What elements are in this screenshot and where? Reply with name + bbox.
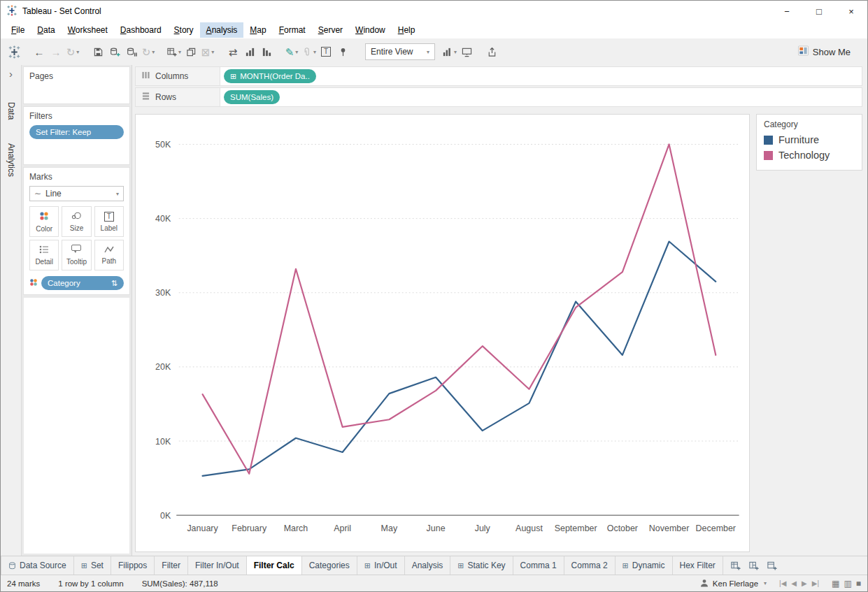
set-filter-pill[interactable]: Set Filter: Keep (29, 125, 124, 139)
legend-item-technology[interactable]: Technology (764, 150, 855, 161)
expand-pane-icon[interactable]: › (9, 68, 13, 80)
previous-sheet-icon[interactable]: ◀ (791, 579, 797, 587)
show-sheet-icon[interactable]: ■ (856, 579, 861, 589)
new-worksheet-button[interactable]: ▾ (165, 43, 183, 61)
share-workbook-button[interactable] (483, 43, 500, 61)
tableau-logo-icon (6, 5, 17, 18)
tableau-toolbar-logo-icon[interactable] (8, 45, 21, 59)
main-area: › Data Analytics Pages Filters Set Filte… (1, 65, 867, 556)
menu-story[interactable]: Story (168, 22, 200, 38)
mark-type-dropdown[interactable]: ∼ Line ▾ (29, 186, 124, 201)
redo-button[interactable]: → (48, 43, 64, 61)
tab-data[interactable]: Data (6, 95, 16, 127)
sheet-tab-comma-1[interactable]: Comma 1 (513, 556, 564, 575)
close-button[interactable]: × (835, 1, 867, 22)
fix-axes-button[interactable] (334, 43, 351, 61)
sheet-tab-filter-in-out[interactable]: Filter In/Out (188, 556, 247, 575)
filters-card[interactable]: Filters Set Filter: Keep (23, 106, 130, 165)
sheet-tab-set[interactable]: ⊞Set (74, 556, 111, 575)
pause-auto-updates-button[interactable] (123, 43, 140, 61)
new-worksheet-tab-button[interactable] (727, 558, 744, 573)
svg-text:April: April (334, 524, 351, 533)
menu-map[interactable]: Map (243, 22, 272, 38)
minimize-button[interactable]: − (771, 1, 803, 22)
sheet-tab-hex-filter[interactable]: Hex Filter (673, 556, 723, 575)
run-auto-updates-button[interactable]: ↻▾ (140, 43, 157, 61)
detail-button[interactable]: Detail (29, 240, 59, 270)
fit-selector-dropdown[interactable]: Entire View▾ (365, 43, 435, 60)
presentation-mode-button[interactable] (458, 43, 475, 61)
columns-pill[interactable]: ⊞ MONTH(Order Da.. (224, 69, 316, 83)
show-mark-labels-button[interactable]: T (318, 43, 334, 61)
swap-rows-and-columns-button[interactable]: ⇄ (225, 43, 241, 61)
path-button[interactable]: Path (94, 240, 124, 270)
first-sheet-icon[interactable]: |◀ (779, 579, 786, 587)
maximize-button[interactable]: □ (803, 1, 835, 22)
undo-button[interactable]: ← (31, 43, 48, 61)
new-dashboard-tab-button[interactable] (746, 558, 762, 573)
show-hide-cards-button[interactable]: ▾ (441, 43, 458, 61)
save-button[interactable] (90, 43, 106, 61)
menu-data[interactable]: Data (31, 22, 61, 38)
sheet-tab-filter-calc[interactable]: Filter Calc (247, 556, 302, 575)
tooltip-button[interactable]: Tooltip (62, 240, 91, 270)
menu-server[interactable]: Server (312, 22, 349, 38)
marks-card[interactable]: Marks ∼ Line ▾ Color (23, 167, 130, 295)
chevron-down-icon: ▾ (427, 49, 429, 55)
sheet-tab-data-source[interactable]: Data Source (1, 556, 74, 575)
last-sheet-icon[interactable]: ▶| (812, 579, 819, 587)
legend-swatch (764, 136, 773, 145)
sheet-tab-filippos[interactable]: Filippos (111, 556, 155, 575)
legend-title: Category (764, 120, 855, 129)
size-button[interactable]: Size (62, 206, 91, 237)
columns-shelf-area[interactable]: ⊞ MONTH(Order Da.. (220, 66, 862, 86)
user-menu[interactable]: Ken Flerlage ▾ (700, 579, 767, 589)
sheet-tab-static-key[interactable]: ⊞Static Key (450, 556, 513, 575)
chevron-down-icon: ▾ (764, 580, 767, 586)
chart-area[interactable]: 0K10K20K30K40K50KJanuaryFebruaryMarchApr… (135, 114, 750, 552)
sheet-tab-in-out[interactable]: ⊞In/Out (357, 556, 405, 575)
sheet-tab-categories[interactable]: Categories (302, 556, 357, 575)
swap-rows-and-columns-icon: ⇄ (229, 47, 238, 57)
rows-pill[interactable]: SUM(Sales) (224, 90, 280, 104)
category-pill[interactable]: Category ⇅ (41, 276, 124, 290)
category-legend[interactable]: Category FurnitureTechnology (756, 114, 862, 171)
color-button[interactable]: Color (29, 206, 59, 237)
rows-shelf-area[interactable]: SUM(Sales) (220, 87, 862, 107)
sheet-tab-dynamic[interactable]: ⊞Dynamic (616, 556, 673, 575)
highlight-button[interactable]: ✎▾ (283, 43, 300, 61)
menu-dashboard[interactable]: Dashboard (114, 22, 168, 38)
group-members-button[interactable]: ▾ (300, 43, 318, 61)
pages-card[interactable]: Pages (23, 66, 130, 104)
next-sheet-icon[interactable]: ▶ (802, 579, 807, 587)
menu-file[interactable]: File (5, 22, 31, 38)
svg-text:July: July (475, 524, 491, 533)
menu-format[interactable]: Format (273, 22, 312, 38)
tab-analytics[interactable]: Analytics (6, 136, 16, 184)
color-icon (39, 211, 49, 222)
aggregate-summary: SUM(Sales): 487,118 (142, 579, 218, 588)
label-button[interactable]: T Label (94, 206, 124, 237)
menu-analysis[interactable]: Analysis (200, 22, 244, 38)
menu-worksheet[interactable]: Worksheet (62, 22, 114, 38)
rows-shelf[interactable]: Rows SUM(Sales) (135, 87, 862, 107)
sheet-tab-comma-2[interactable]: Comma 2 (564, 556, 616, 575)
menu-help[interactable]: Help (392, 22, 422, 38)
show-filmstrip-icon[interactable]: ▥ (844, 579, 851, 589)
menu-window[interactable]: Window (349, 22, 392, 38)
sheet-tab-analysis[interactable]: Analysis (405, 556, 451, 575)
show-me-label: Show Me (813, 47, 851, 57)
sort-descending-icon (262, 47, 272, 57)
replay-button[interactable]: ↻▾ (64, 43, 81, 61)
show-me-button[interactable]: Show Me (798, 45, 860, 58)
columns-shelf[interactable]: Columns ⊞ MONTH(Order Da.. (135, 66, 862, 86)
sheet-tab-filter[interactable]: Filter (155, 556, 188, 575)
new-story-tab-button[interactable] (764, 558, 781, 573)
sort-ascending-button[interactable] (241, 43, 258, 61)
legend-item-furniture[interactable]: Furniture (764, 134, 855, 145)
clear-sheet-button[interactable]: ⊠▾ (199, 43, 216, 61)
new-data-source-button[interactable] (106, 43, 123, 61)
show-tabs-icon[interactable]: ▦ (832, 579, 839, 589)
duplicate-button[interactable] (183, 43, 199, 61)
sort-descending-button[interactable] (258, 43, 275, 61)
